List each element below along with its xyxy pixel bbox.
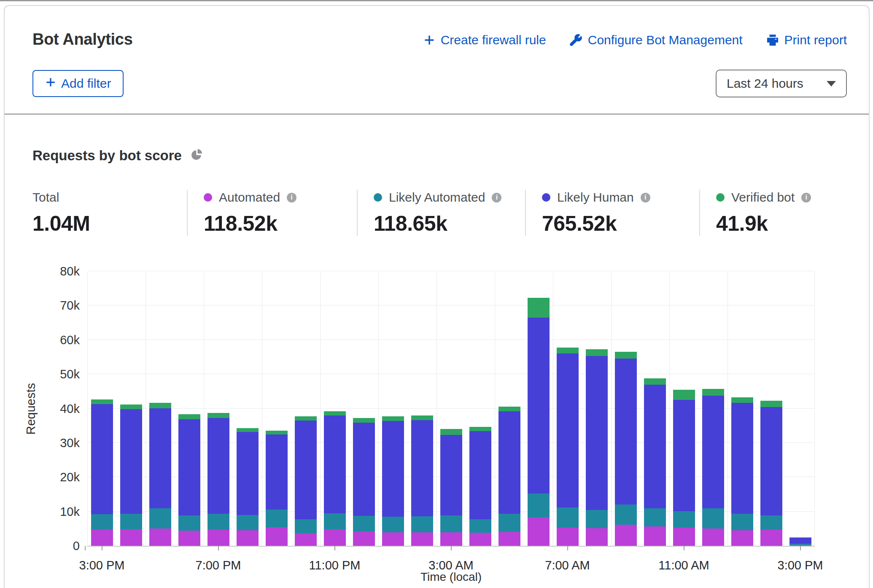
x-tick-mark	[218, 546, 219, 550]
configure-bot-management-link[interactable]: Configure Bot Management	[570, 33, 743, 47]
bar-segment-likely-human	[324, 415, 346, 513]
stat-value: 118.52k	[204, 211, 357, 236]
bot-analytics-card: Bot Analytics Create firewall rule Confi…	[4, 5, 870, 588]
x-tick-mark	[85, 546, 86, 550]
x-tick-label: 11:00 AM	[658, 558, 709, 572]
bar-segment-verified-bot	[353, 418, 375, 423]
bar-segment-verified-bot	[295, 416, 317, 421]
bar-segment-likely-automated	[528, 494, 550, 518]
bar-segment-verified-bot	[731, 397, 753, 403]
bar-segment-verified-bot	[498, 407, 520, 411]
bar-1200am	[353, 418, 375, 546]
bar-segment-likely-automated	[295, 519, 317, 533]
bar-segment-automated	[382, 532, 404, 546]
bar-segment-likely-human	[469, 431, 491, 519]
bar-segment-automated	[528, 518, 550, 546]
stat-label-row: Verified boti	[716, 190, 847, 205]
bar-segment-likely-automated	[644, 508, 666, 526]
bar-segment-verified-bot	[440, 429, 462, 435]
wrench-icon	[570, 34, 582, 46]
bar-segment-automated	[178, 531, 200, 546]
x-tick-mark	[800, 546, 801, 550]
bar-segment-likely-automated	[760, 515, 782, 530]
action-label: Print report	[784, 33, 847, 47]
info-icon[interactable]: i	[287, 193, 296, 202]
print-report-link[interactable]: Print report	[766, 33, 847, 47]
stat-block: Automatedi118.52k	[187, 190, 357, 236]
h-gridline	[87, 305, 815, 305]
bar-segment-verified-bot	[149, 403, 171, 408]
bar-1100pm	[324, 411, 346, 546]
bar-900pm	[266, 431, 288, 546]
bar-segment-verified-bot	[207, 413, 229, 418]
bar-segment-automated	[673, 528, 695, 546]
v-gridline	[204, 272, 204, 546]
x-tick-mark	[451, 546, 452, 550]
x-tick-mark	[567, 546, 568, 550]
bar-segment-likely-human	[295, 421, 317, 519]
y-tick-label: 70k	[60, 299, 80, 313]
bar-500am	[498, 407, 520, 546]
bar-500pm	[149, 403, 171, 546]
bar-segment-likely-human	[528, 318, 550, 494]
bar-segment-likely-human	[702, 396, 724, 508]
plot-area: Requests Time (local) 010k20k30k40k50k60…	[87, 272, 815, 547]
y-tick-label: 60k	[60, 333, 80, 347]
stat-label: Automated	[219, 190, 280, 205]
add-filter-label: Add filter	[61, 76, 111, 91]
stats-row: Total1.04MAutomatedi118.52kLikely Automa…	[32, 190, 847, 236]
y-tick-label: 50k	[60, 367, 80, 381]
stat-value: 765.52k	[542, 211, 699, 236]
bar-segment-likely-automated	[615, 504, 637, 525]
info-icon[interactable]: i	[492, 193, 501, 202]
bar-700pm	[207, 413, 229, 546]
add-filter-button[interactable]: Add filter	[32, 70, 124, 97]
y-tick-label: 40k	[60, 402, 80, 415]
bar-1000am	[644, 378, 666, 546]
stat-block: Total1.04M	[32, 190, 187, 236]
stat-block: Likely Automatedi118.65k	[357, 190, 525, 236]
bar-segment-likely-human	[411, 420, 433, 516]
bar-segment-automated	[149, 529, 171, 546]
x-tick-label: 7:00 PM	[196, 558, 241, 572]
bar-segment-likely-human	[760, 407, 782, 515]
stat-value: 1.04M	[32, 211, 187, 236]
bar-segment-automated	[295, 533, 317, 546]
time-range-select[interactable]: Last 24 hours	[716, 70, 847, 97]
bar-segment-likely-human	[673, 400, 695, 511]
bar-segment-likely-automated	[91, 514, 113, 530]
info-icon[interactable]: i	[641, 193, 650, 202]
header-actions: Create firewall rule Configure Bot Manag…	[423, 33, 847, 47]
bar-segment-likely-automated	[324, 513, 346, 529]
create-firewall-rule-link[interactable]: Create firewall rule	[423, 33, 546, 47]
info-icon[interactable]: i	[801, 193, 811, 202]
bar-segment-verified-bot	[382, 416, 404, 421]
bar-segment-likely-human	[266, 434, 288, 509]
bar-100am	[382, 416, 404, 546]
bar-segment-verified-bot	[673, 390, 695, 400]
bar-segment-likely-automated	[586, 510, 608, 528]
legend-dot	[204, 193, 212, 202]
stat-label-row: Likely Humani	[542, 190, 699, 205]
bar-segment-likely-automated	[557, 507, 579, 528]
bar-segment-likely-automated	[120, 514, 142, 529]
bar-800pm	[237, 428, 259, 546]
bar-segment-likely-automated	[440, 515, 462, 533]
legend-dot	[374, 193, 382, 202]
bar-200am	[411, 415, 433, 546]
bar-600pm	[178, 414, 200, 546]
bar-segment-likely-human	[557, 353, 579, 507]
y-tick-label: 20k	[60, 470, 80, 484]
bar-segment-automated	[266, 527, 288, 546]
bar-segment-automated	[644, 526, 666, 546]
bar-segment-automated	[237, 530, 259, 546]
action-label: Configure Bot Management	[588, 33, 743, 47]
stat-label-row: Automatedi	[204, 190, 357, 205]
stat-label-row: Likely Automatedi	[374, 190, 525, 205]
h-gridline	[87, 340, 815, 340]
bar-segment-likely-automated	[731, 514, 753, 530]
bar-segment-verified-bot	[411, 415, 433, 420]
stat-label: Likely Human	[557, 190, 634, 205]
v-gridline	[146, 272, 146, 546]
bar-1000pm	[295, 416, 317, 546]
